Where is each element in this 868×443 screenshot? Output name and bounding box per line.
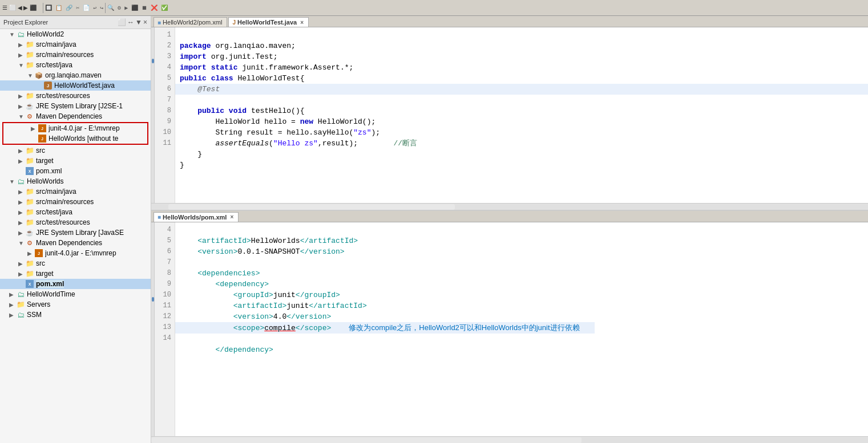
tree-item-src-test-res2[interactable]: ▶ 📁 src/test/resources [0, 217, 151, 227]
tab-helloworlds-pom[interactable]: ■ HelloWorlds/pom.xml × [154, 212, 239, 222]
java-file-icon: J [43, 81, 53, 90]
tree-label: HelloWorldTest.java [54, 82, 115, 90]
tree-item-src-hw2[interactable]: ▶ 📁 src [0, 145, 151, 156]
tree-item-src-main-res[interactable]: ▶ 📁 src/main/resources [0, 50, 151, 60]
collapse-icon[interactable]: ⬜ [118, 18, 126, 26]
line-numbers-bottom: 4 5 6 7 8 9 10 11 12 13 14 [155, 222, 175, 436]
tree-label: JRE System Library [J2SE-1 [36, 102, 123, 110]
expand-arrow: ▶ [9, 291, 16, 298]
tree-item-src-main-java2[interactable]: ▶ 📁 src/main/java [0, 186, 151, 197]
folder-icon: 📁 [25, 156, 34, 165]
jar-icon: J [38, 134, 47, 143]
expand-arrow: ▶ [9, 302, 16, 308]
close-sidebar-button[interactable]: × [143, 18, 147, 26]
tree-item-junit-jar[interactable]: ▶ J junit-4.0.jar - E:\mvnrep [3, 123, 147, 133]
expand-arrow: ▶ [18, 261, 25, 267]
expand-arrow: ▶ [18, 209, 25, 216]
expand-arrow: ▶ [18, 230, 25, 236]
tree-label: src [36, 147, 45, 155]
content-area: ■ HelloWorld2/pom.xml J HelloWorldTest.j… [151, 16, 868, 443]
src-folder-icon: 📁 [25, 208, 34, 217]
sidebar-title: Project Explorer [3, 19, 48, 26]
bottom-editor-scrollbar[interactable] [151, 436, 868, 443]
top-editor-tab-bar: ■ HelloWorld2/pom.xml J HelloWorldTest.j… [151, 16, 868, 27]
src-folder-icon: 📁 [25, 218, 34, 227]
tree-label: pom.xml [36, 167, 62, 175]
tree-item-helloworldtime[interactable]: ▶ 🗂 HelloWorldTime [0, 289, 151, 299]
tree-item-target-hw[interactable]: ▶ 📁 target [0, 269, 151, 279]
jar-icon: J [34, 249, 43, 258]
src-folder-icon: 📁 [25, 60, 34, 70]
jre-icon: ☕ [25, 228, 34, 237]
xml-code-content[interactable]: <artifactId>HelloWorlds</artifactId> <ve… [175, 222, 595, 436]
tree-label: HelloWorldTime [27, 290, 75, 298]
tree-label: HelloWorlds [27, 177, 63, 185]
tab-close-button[interactable]: × [300, 19, 304, 26]
xml-file-icon: X [25, 166, 34, 176]
expand-arrow: ▶ [18, 52, 25, 58]
src-folder-icon: 📁 [25, 91, 34, 100]
expand-arrow: ▶ [27, 250, 34, 257]
sync-icon[interactable]: ↔ [127, 18, 134, 26]
project-icon: 🗂 [16, 30, 25, 39]
main-layout: Project Explorer ⬜ ↔ ▼ × ▼ 🗂 HelloWorld2… [0, 16, 868, 443]
top-code-area: 1 2 3 4 5 6 7 8 9 10 11 package org.lanq… [151, 27, 868, 203]
tree-item-junit-jar2[interactable]: ▶ J junit-4.0.jar - E:\mvnrep [0, 248, 151, 258]
maven-icon: ⚙ [25, 112, 34, 121]
maven-deps-highlighted-group: ▶ J junit-4.0.jar - E:\mvnrep ▶ J HelloW… [2, 122, 148, 145]
tree-item-pom-hw2[interactable]: ▶ X pom.xml [0, 166, 151, 176]
tree-item-ssm[interactable]: ▶ 🗂 SSM [0, 310, 151, 320]
tree-item-helloworld2[interactable]: ▼ 🗂 HelloWorld2 [0, 29, 151, 39]
tab-close-button[interactable]: × [230, 214, 233, 220]
expand-arrow: ▶ [18, 199, 25, 205]
src-folder-icon: 📁 [25, 40, 34, 49]
tree-item-maven-deps2[interactable]: ▼ ⚙ Maven Dependencies [0, 238, 151, 248]
tab-helloworld-test-java[interactable]: J HelloWorldTest.java × [228, 17, 309, 27]
jre-icon: ☕ [25, 101, 34, 111]
tree-item-src-test-java2[interactable]: ▶ 📁 src/test/java [0, 207, 151, 217]
tab-pom-xml-hw2[interactable]: ■ HelloWorld2/pom.xml [154, 17, 227, 27]
tree-label: src/main/resources [36, 198, 94, 206]
tree-item-maven-deps[interactable]: ▼ ⚙ Maven Dependencies [0, 111, 151, 121]
tree-label: Maven Dependencies [36, 112, 102, 120]
top-editor-pane: ■ HelloWorld2/pom.xml J HelloWorldTest.j… [151, 16, 868, 211]
expand-arrow: ▼ [9, 178, 16, 185]
tree-item-src-main-java[interactable]: ▶ 📁 src/main/java [0, 39, 151, 50]
tree-item-src-test-res[interactable]: ▶ 📁 src/test/resources [0, 91, 151, 101]
expand-arrow: ▶ [18, 158, 25, 164]
tree-item-helloworlds[interactable]: ▼ 🗂 HelloWorlds [0, 176, 151, 186]
top-editor-scrollbar[interactable] [151, 203, 868, 210]
tree-item-jre-system[interactable]: ▶ ☕ JRE System Library [J2SE-1 [0, 101, 151, 111]
tree-item-src-hw[interactable]: ▶ 📁 src [0, 258, 151, 269]
editors-split: ■ HelloWorld2/pom.xml J HelloWorldTest.j… [151, 16, 868, 443]
xml-tab-icon: ■ [158, 19, 161, 26]
tree-item-pom-hw[interactable]: ▶ X pom.xml [0, 279, 151, 289]
folder-icon: 📁 [25, 259, 34, 268]
xml-file-icon: X [25, 279, 34, 288]
tree-label: HelloWorlds [without te [49, 135, 119, 143]
java-code-content[interactable]: package org.lanqiao.maven; import org.ju… [175, 27, 868, 203]
xml-tab-icon: ■ [158, 214, 161, 220]
tree-label: target [36, 270, 54, 278]
tree-item-helloworlds-jar[interactable]: ▶ J HelloWorlds [without te [3, 133, 147, 144]
expand-arrow: ▼ [18, 113, 25, 120]
toolbar: ☰ ⬜ ◀ ▶ ⬛ 🔲 📋 🔗 ✂ 📄 ↩ ↪ 🔍 ⚙ ▶ ⬛ ⏹ ❌ ✅ [0, 0, 868, 16]
tree-item-src-main-res2[interactable]: ▶ 📁 src/main/resources [0, 197, 151, 207]
project-explorer-sidebar: Project Explorer ⬜ ↔ ▼ × ▼ 🗂 HelloWorld2… [0, 16, 151, 443]
tree-item-helloworld-test[interactable]: ▶ J HelloWorldTest.java [0, 80, 151, 91]
tree-item-src-test-java[interactable]: ▼ 📁 src/test/java [0, 60, 151, 70]
tree-label: src/main/java [36, 188, 76, 196]
tree-item-target-hw2[interactable]: ▶ 📁 target [0, 156, 151, 166]
sidebar-header: Project Explorer ⬜ ↔ ▼ × [0, 16, 151, 29]
tree-label: target [36, 157, 54, 165]
folder-icon: 📁 [16, 300, 25, 309]
project-icon: 🗂 [16, 177, 25, 186]
menu-icon[interactable]: ▼ [135, 18, 142, 26]
tree-item-org-lanqiao[interactable]: ▼ 📦 org.lanqiao.maven [0, 70, 151, 80]
expand-arrow: ▼ [27, 72, 34, 79]
tree-item-jre-system2[interactable]: ▶ ☕ JRE System Library [JavaSE [0, 227, 151, 238]
tree-item-servers[interactable]: ▶ 📁 Servers [0, 299, 151, 310]
expand-arrow: ▶ [18, 148, 25, 154]
expand-arrow: ▶ [31, 125, 38, 132]
tree-label: src [36, 259, 45, 267]
